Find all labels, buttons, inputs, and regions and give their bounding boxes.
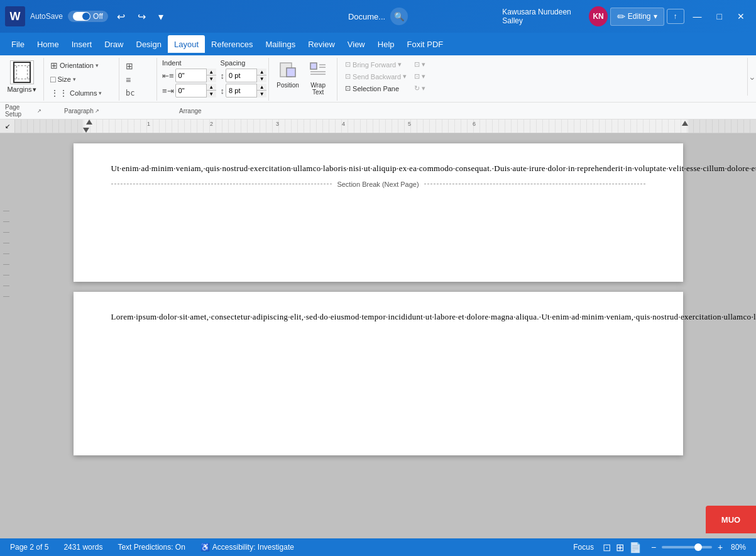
web-layout-button[interactable]: ⊞ — [615, 540, 625, 555]
line-numbers-button[interactable]: ≡ — [123, 74, 153, 86]
indent-left-field[interactable] — [178, 72, 206, 79]
indent-right-up[interactable]: ▲ — [206, 84, 216, 91]
print-layout-button[interactable]: ⊡ — [601, 540, 612, 555]
indent-left-input[interactable]: ▲ ▼ — [175, 69, 213, 82]
spacing-before-input[interactable]: ▲ ▼ — [226, 69, 263, 82]
spacing-section: Spacing ↕ ▲ ▼ ↕ — [221, 59, 264, 99]
ruler-corner-button[interactable]: ↙ — [0, 120, 15, 133]
send-backward-button[interactable]: ⊡ Send Backward ▾ — [342, 71, 409, 82]
rotate-icon: ↻ — [414, 84, 420, 92]
spacing-after-up[interactable]: ▲ — [256, 84, 266, 91]
spacing-before-spinner[interactable]: ▲ ▼ — [256, 69, 266, 82]
paragraph-expand-icon[interactable]: ↗ — [95, 108, 99, 114]
pen-icon: ✏ — [617, 11, 625, 23]
group-dropdown-icon: ▾ — [422, 72, 425, 81]
menu-view[interactable]: View — [341, 35, 371, 53]
status-bar: Page 2 of 5 2431 words Text Predictions:… — [0, 538, 756, 556]
group-button[interactable]: ⊡ ▾ — [412, 71, 428, 82]
user-avatar[interactable]: KN — [589, 6, 607, 26]
size-icon: □ — [50, 74, 55, 84]
spacing-before-field[interactable] — [229, 72, 256, 79]
zoom-slider[interactable] — [662, 546, 712, 548]
page-setup-expand-icon[interactable]: ↗ — [37, 108, 41, 114]
spacing-before-down[interactable]: ▼ — [256, 75, 266, 82]
maximize-button[interactable]: □ — [711, 9, 728, 24]
word-count[interactable]: 2431 words — [61, 542, 105, 553]
bring-forward-button[interactable]: ⊡ Bring Forward ▾ — [342, 59, 409, 70]
zoom-out-button[interactable]: − — [648, 542, 659, 553]
menu-file[interactable]: File — [5, 35, 31, 53]
menu-design[interactable]: Design — [130, 35, 168, 53]
menu-draw[interactable]: Draw — [98, 35, 129, 53]
read-mode-button[interactable]: 📄 — [628, 540, 643, 555]
editing-mode-button[interactable]: ✏ Editing ▾ — [610, 8, 664, 26]
indent-right-down[interactable]: ▼ — [206, 91, 216, 97]
menu-layout[interactable]: Layout — [168, 35, 205, 53]
spacing-after-field[interactable] — [229, 87, 256, 94]
spacing-after-spinner[interactable]: ▲ ▼ — [256, 84, 266, 97]
menu-mailings[interactable]: Mailings — [260, 35, 302, 53]
margins-button[interactable] — [10, 60, 34, 84]
ribbon-expand-button[interactable]: ⌄ — [747, 58, 756, 96]
right-margin-marker[interactable] — [682, 121, 688, 126]
document-area: Ut·enim·ad·minim·veniam,·quis·nostrud·ex… — [0, 133, 756, 538]
breaks-button[interactable]: ⊞ — [123, 60, 153, 72]
minimize-button[interactable]: — — [687, 9, 708, 24]
menu-help[interactable]: Help — [371, 35, 401, 53]
close-button[interactable]: ✕ — [731, 9, 751, 24]
selection-pane-button[interactable]: ⊡ Selection Pane — [342, 83, 409, 94]
autosave-toggle[interactable]: Off — [68, 11, 108, 22]
indent-left-up[interactable]: ▲ — [206, 69, 216, 75]
orientation-button[interactable]: ⊞ Orientation ▾ — [48, 59, 115, 72]
accessibility[interactable]: ♿ Accessibility: Investigate — [198, 542, 297, 553]
margin-indicators — [0, 211, 14, 297]
menu-insert[interactable]: Insert — [65, 35, 99, 53]
columns-button[interactable]: ⋮⋮ Columns ▾ — [48, 87, 115, 99]
focus-button[interactable]: Focus — [571, 542, 596, 553]
hyphenation-button[interactable]: bc — [123, 87, 153, 99]
spacing-after-down[interactable]: ▼ — [256, 91, 266, 97]
undo-button[interactable]: ↩ — [113, 8, 129, 25]
menu-review[interactable]: Review — [302, 35, 341, 53]
indent-right-input[interactable]: ▲ ▼ — [175, 84, 213, 97]
autosave-label: AutoSave — [30, 12, 63, 21]
indent-left-down[interactable]: ▼ — [206, 75, 216, 82]
rotate-dropdown-icon: ▾ — [422, 84, 425, 92]
menu-home[interactable]: Home — [31, 35, 65, 53]
muo-watermark: MUO — [706, 506, 756, 533]
zoom-level[interactable]: 80% — [728, 542, 748, 553]
zoom-thumb — [694, 543, 702, 551]
align-button[interactable]: ⊡ ▾ — [412, 59, 428, 70]
ribbon-labels-row: Page Setup ↗ Paragraph ↗ Arrange — [0, 102, 756, 119]
left-margin-marker[interactable] — [83, 128, 89, 133]
size-dropdown-icon: ▾ — [73, 76, 76, 82]
wrap-text-button[interactable] — [307, 59, 329, 82]
paragraph-group: Indent ⇤≡ ▲ ▼ ≡⇥ — [157, 58, 269, 101]
page-1-content[interactable]: Ut·enim·ad·minim·veniam,·quis·nostrud·ex… — [111, 162, 645, 175]
position-button[interactable] — [277, 59, 299, 82]
share-button[interactable]: ↑ — [667, 9, 684, 24]
text-predictions[interactable]: Text Predictions: On — [115, 542, 187, 553]
redo-button[interactable]: ↪ — [134, 8, 150, 25]
indent-left-spinner[interactable]: ▲ ▼ — [206, 69, 216, 82]
spacing-before-up[interactable]: ▲ — [256, 69, 266, 75]
menu-references[interactable]: References — [205, 35, 259, 53]
page-info[interactable]: Page 2 of 5 — [8, 542, 51, 553]
ruler: ↙ 1 2 3 4 5 6 — [0, 120, 756, 133]
margins-label[interactable]: Margins ▾ — [7, 86, 36, 94]
orientation-label: Orientation — [60, 62, 94, 69]
zoom-in-button[interactable]: + — [715, 542, 726, 553]
margin-dash — [3, 275, 9, 275]
spacing-after-input[interactable]: ▲ ▼ — [226, 84, 263, 97]
quick-access-more-button[interactable]: ▾ — [155, 8, 167, 25]
left-indent-marker[interactable] — [86, 120, 92, 125]
menu-foxit-pdf[interactable]: Foxit PDF — [401, 35, 450, 53]
indent-right-spinner[interactable]: ▲ ▼ — [206, 84, 216, 97]
search-button[interactable]: 🔍 — [390, 8, 408, 25]
rotate-button[interactable]: ↻ ▾ — [412, 83, 428, 94]
size-button[interactable]: □ Size ▾ — [48, 73, 115, 86]
page-2-content[interactable]: Lorem·ipsum·dolor·sit·amet,·consectetur·… — [111, 311, 645, 324]
hyphenation-icon: bc — [126, 89, 134, 97]
line-numbers-icon: ≡ — [126, 75, 131, 85]
indent-right-field[interactable] — [178, 87, 206, 94]
